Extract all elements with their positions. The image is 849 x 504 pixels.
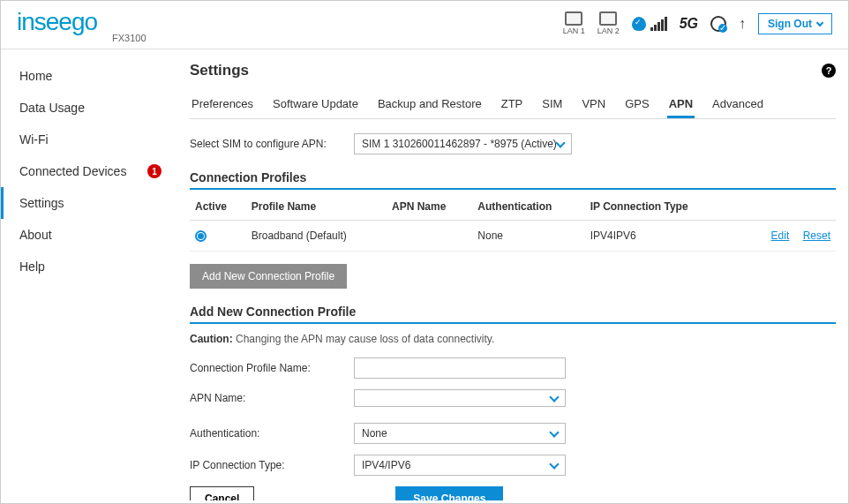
col-profile-name: Profile Name	[246, 193, 387, 221]
sidebar-item-label: Data Usage	[19, 101, 85, 115]
help-icon[interactable]: ?	[822, 64, 836, 78]
sidebar-item-help[interactable]: Help	[1, 251, 177, 282]
ip-type-select[interactable]: IPV4/IPV6	[354, 455, 566, 476]
reset-link[interactable]: Reset	[803, 229, 830, 242]
sidebar-item-home[interactable]: Home	[1, 60, 177, 92]
auth-select[interactable]: None	[354, 423, 566, 444]
cell-profile-name: Broadband (Default)	[246, 221, 387, 252]
shield-check-icon	[632, 17, 646, 31]
lan2-icon: LAN 2	[597, 11, 620, 35]
lan1-icon: LAN 1	[563, 11, 585, 35]
sidebar-item-data-usage[interactable]: Data Usage	[1, 92, 177, 124]
auth-label: Authentication:	[190, 427, 340, 440]
page-title: Settings	[190, 62, 249, 79]
sidebar-item-label: About	[19, 228, 52, 242]
cancel-button[interactable]: Cancel	[190, 486, 254, 500]
tab-vpn[interactable]: VPN	[580, 92, 607, 118]
globe-check-icon	[710, 16, 726, 32]
sim-select-label: Select SIM to configure APN:	[190, 138, 340, 150]
ip-type-value: IPV4/IPV6	[362, 459, 410, 471]
sidebar-badge: 1	[147, 164, 162, 178]
profiles-table: Active Profile Name APN Name Authenticat…	[190, 193, 836, 252]
chevron-down-icon	[816, 19, 823, 26]
cell-auth: None	[472, 221, 584, 252]
sidebar-item-label: Help	[19, 260, 45, 274]
add-profile-title: Add New Connection Profile	[190, 305, 836, 324]
col-ip: IP Connection Type	[585, 193, 729, 221]
signal-indicator	[632, 17, 667, 31]
tab-backup-restore[interactable]: Backup and Restore	[376, 92, 484, 118]
profile-name-label: Connection Profile Name:	[190, 362, 340, 374]
active-radio[interactable]	[195, 230, 207, 242]
network-tech-label: 5G	[680, 16, 698, 32]
sidebar: Home Data Usage Wi-Fi Connected Devices …	[1, 49, 177, 500]
sidebar-item-label: Settings	[19, 196, 64, 210]
cell-ip: IPV4IPV6	[585, 221, 729, 252]
chevron-down-icon	[549, 459, 559, 469]
sign-out-label: Sign Out	[768, 18, 812, 30]
sidebar-item-label: Wi-Fi	[19, 132, 49, 147]
save-button[interactable]: Save Changes	[395, 486, 503, 500]
chevron-down-icon	[555, 138, 565, 147]
sidebar-item-about[interactable]: About	[1, 219, 177, 251]
apn-name-select[interactable]	[354, 389, 566, 407]
col-active: Active	[190, 193, 246, 221]
sign-out-button[interactable]: Sign Out	[758, 13, 832, 34]
cell-apn	[387, 221, 472, 252]
sidebar-item-label: Home	[19, 69, 52, 83]
apn-name-label: APN Name:	[190, 392, 340, 404]
sim-select[interactable]: SIM 1 310260011462897 - *8975 (Active)	[354, 133, 572, 154]
sidebar-item-connected-devices[interactable]: Connected Devices 1	[1, 155, 177, 187]
sim-select-value: SIM 1 310260011462897 - *8975 (Active)	[362, 138, 557, 150]
edit-link[interactable]: Edit	[771, 229, 790, 242]
col-auth: Authentication	[472, 193, 584, 221]
connection-profiles-title: Connection Profiles	[190, 170, 836, 190]
tab-advanced[interactable]: Advanced	[710, 92, 765, 118]
col-apn-name: APN Name	[387, 193, 472, 221]
sidebar-item-label: Connected Devices	[19, 164, 126, 178]
tab-ztp[interactable]: ZTP	[500, 92, 525, 118]
main-content: Settings ? Preferences Software Update B…	[177, 49, 848, 500]
sidebar-item-wifi[interactable]: Wi-Fi	[1, 124, 177, 155]
tabs: Preferences Software Update Backup and R…	[190, 92, 836, 119]
add-profile-button[interactable]: Add New Connection Profile	[190, 264, 347, 289]
signal-bars-icon	[650, 17, 667, 31]
chevron-down-icon	[549, 427, 559, 437]
tab-preferences[interactable]: Preferences	[190, 92, 255, 118]
caution-text: Caution: Changing the APN may cause loss…	[190, 333, 836, 345]
profile-name-input[interactable]	[354, 357, 566, 379]
tab-software-update[interactable]: Software Update	[271, 92, 360, 118]
table-row: Broadband (Default) None IPV4IPV6 Edit R…	[190, 221, 836, 252]
auth-value: None	[362, 427, 387, 440]
sidebar-item-settings[interactable]: Settings	[1, 187, 177, 219]
up-arrow-icon: ↑	[739, 16, 746, 32]
tab-sim[interactable]: SIM	[540, 92, 564, 118]
tab-gps[interactable]: GPS	[623, 92, 650, 118]
ip-type-label: IP Connection Type:	[190, 459, 340, 471]
model-label: FX3100	[112, 33, 147, 43]
app-header: inseego FX3100 LAN 1 LAN 2 5G ↑ Sign Out	[1, 1, 848, 49]
tab-apn[interactable]: APN	[667, 92, 695, 118]
chevron-down-icon	[549, 392, 559, 402]
